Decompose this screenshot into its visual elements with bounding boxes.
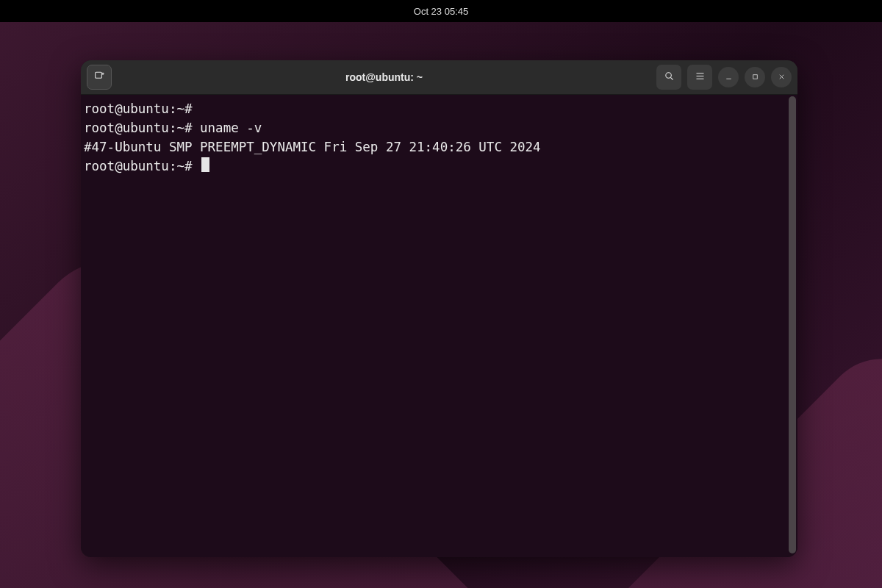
- terminal-output: #47-Ubuntu SMP PREEMPT_DYNAMIC Fri Sep 2…: [84, 137, 795, 157]
- minimize-icon: [725, 71, 733, 84]
- maximize-button[interactable]: [745, 67, 765, 87]
- svg-line-4: [670, 77, 673, 79]
- menu-button[interactable]: [687, 65, 712, 90]
- cursor: [201, 157, 209, 172]
- search-icon: [664, 71, 675, 85]
- gnome-top-bar: Oct 23 05:45: [0, 0, 882, 22]
- terminal-window: root@ubuntu: ~: [81, 60, 797, 557]
- clock[interactable]: Oct 23 05:45: [414, 6, 468, 17]
- svg-rect-9: [753, 75, 757, 79]
- new-tab-button[interactable]: [87, 65, 112, 90]
- window-title: root@ubuntu: ~: [118, 71, 650, 83]
- terminal-line: root@ubuntu:~#: [84, 157, 795, 176]
- scrollbar[interactable]: [789, 96, 796, 553]
- svg-point-3: [665, 72, 671, 78]
- search-button[interactable]: [656, 65, 681, 90]
- close-icon: [778, 71, 786, 84]
- minimize-button[interactable]: [718, 67, 739, 87]
- hamburger-icon: [695, 71, 706, 85]
- new-tab-icon: [93, 70, 105, 85]
- maximize-icon: [751, 71, 759, 84]
- titlebar: root@ubuntu: ~: [81, 60, 797, 95]
- svg-rect-0: [96, 72, 102, 78]
- terminal-line: root@ubuntu:~#: [84, 99, 795, 118]
- close-button[interactable]: [771, 67, 792, 87]
- terminal-line: root@ubuntu:~# uname -v: [84, 118, 795, 137]
- terminal-body[interactable]: root@ubuntu:~# root@ubuntu:~# uname -v #…: [81, 95, 797, 557]
